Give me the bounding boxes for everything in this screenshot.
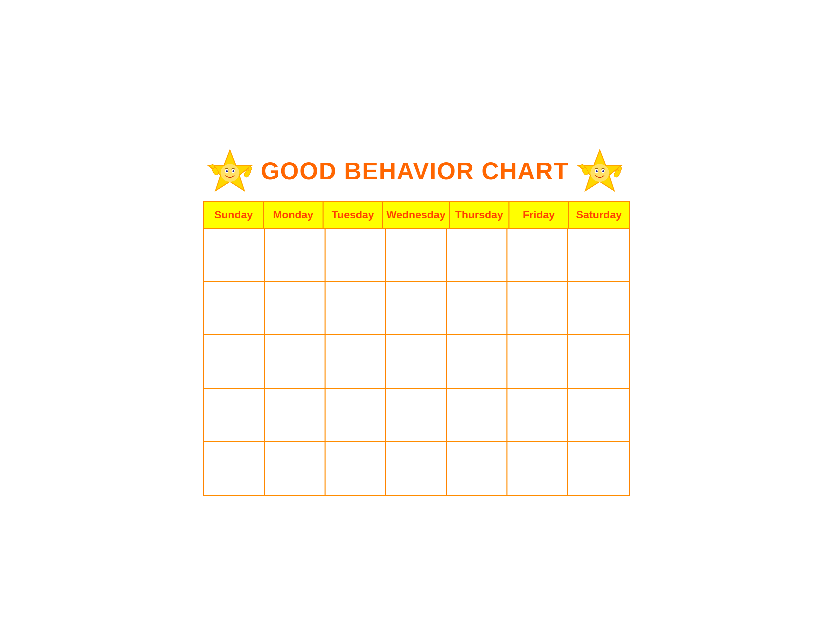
cell-row5-tue[interactable] bbox=[326, 442, 386, 495]
table-row bbox=[204, 389, 629, 442]
header-monday: Monday bbox=[264, 202, 323, 228]
cell-row5-sun[interactable] bbox=[204, 442, 265, 495]
cell-row3-fri[interactable] bbox=[507, 335, 568, 388]
cell-row4-wed[interactable] bbox=[386, 389, 447, 441]
page-container: GOOD BEHAVIOR CHART bbox=[200, 141, 633, 503]
cell-row3-mon[interactable] bbox=[265, 335, 326, 388]
cell-row2-sun[interactable] bbox=[204, 282, 265, 334]
cell-row3-sat[interactable] bbox=[568, 335, 629, 388]
cell-row5-wed[interactable] bbox=[386, 442, 447, 495]
cell-row1-wed[interactable] bbox=[386, 229, 447, 281]
cell-row4-sun[interactable] bbox=[204, 389, 265, 441]
table-row bbox=[204, 229, 629, 282]
cell-row4-fri[interactable] bbox=[507, 389, 568, 441]
table-row bbox=[204, 442, 629, 495]
cell-row2-sat[interactable] bbox=[568, 282, 629, 334]
days-header-row: Sunday Monday Tuesday Wednesday Thursday… bbox=[204, 202, 629, 229]
header-sunday: Sunday bbox=[204, 202, 264, 228]
behavior-chart: Sunday Monday Tuesday Wednesday Thursday… bbox=[203, 201, 630, 496]
cell-row1-sun[interactable] bbox=[204, 229, 265, 281]
header-friday: Friday bbox=[510, 202, 569, 228]
cell-row4-sat[interactable] bbox=[568, 389, 629, 441]
cell-row1-mon[interactable] bbox=[265, 229, 326, 281]
cell-row2-tue[interactable] bbox=[326, 282, 386, 334]
cell-row2-fri[interactable] bbox=[507, 282, 568, 334]
svg-point-15 bbox=[602, 170, 605, 172]
header-thursday: Thursday bbox=[450, 202, 510, 228]
svg-point-4 bbox=[226, 170, 228, 172]
cell-row4-mon[interactable] bbox=[265, 389, 326, 441]
cell-row3-thu[interactable] bbox=[447, 335, 507, 388]
cell-row4-tue[interactable] bbox=[326, 389, 386, 441]
header: GOOD BEHAVIOR CHART bbox=[200, 141, 633, 201]
cell-row2-wed[interactable] bbox=[386, 282, 447, 334]
cell-row5-mon[interactable] bbox=[265, 442, 326, 495]
cell-row1-thu[interactable] bbox=[447, 229, 507, 281]
header-saturday: Saturday bbox=[569, 202, 629, 228]
table-row bbox=[204, 282, 629, 335]
cell-row1-tue[interactable] bbox=[326, 229, 386, 281]
svg-point-5 bbox=[233, 170, 235, 172]
header-tuesday: Tuesday bbox=[323, 202, 383, 228]
svg-point-14 bbox=[596, 170, 598, 172]
cell-row3-wed[interactable] bbox=[386, 335, 447, 388]
grid-body bbox=[204, 229, 629, 495]
cell-row5-sat[interactable] bbox=[568, 442, 629, 495]
svg-point-11 bbox=[590, 164, 609, 182]
left-star-icon bbox=[207, 148, 253, 194]
cell-row5-thu[interactable] bbox=[447, 442, 507, 495]
cell-row5-fri[interactable] bbox=[507, 442, 568, 495]
svg-point-1 bbox=[220, 164, 239, 182]
page-title: GOOD BEHAVIOR CHART bbox=[253, 157, 576, 185]
right-star-icon bbox=[576, 148, 623, 194]
cell-row2-mon[interactable] bbox=[265, 282, 326, 334]
cell-row4-thu[interactable] bbox=[447, 389, 507, 441]
cell-row3-tue[interactable] bbox=[326, 335, 386, 388]
cell-row3-sun[interactable] bbox=[204, 335, 265, 388]
table-row bbox=[204, 335, 629, 389]
header-wednesday: Wednesday bbox=[383, 202, 450, 228]
cell-row1-sat[interactable] bbox=[568, 229, 629, 281]
cell-row2-thu[interactable] bbox=[447, 282, 507, 334]
cell-row1-fri[interactable] bbox=[507, 229, 568, 281]
